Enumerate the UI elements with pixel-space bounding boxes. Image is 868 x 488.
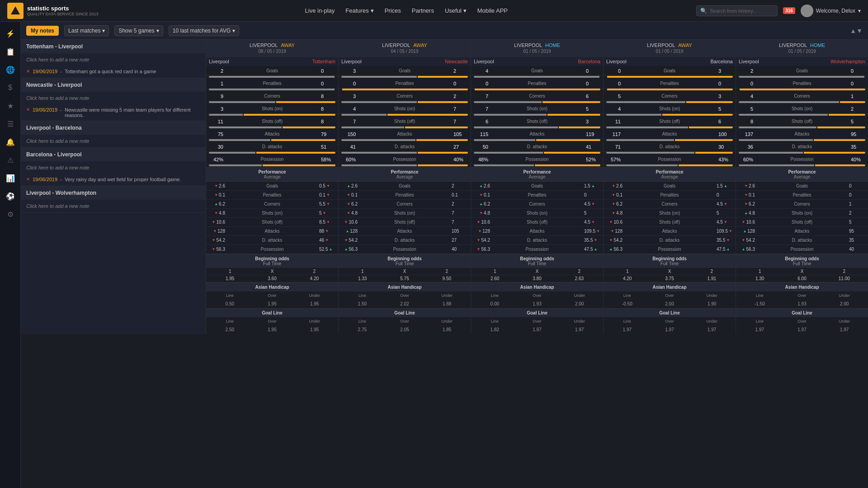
note-delete-icon[interactable]: ✕ <box>26 69 30 74</box>
perf-label-0-6: D. attacks <box>225 238 319 243</box>
gl-vals-3: 1.97 1.97 1.97 <box>604 325 736 334</box>
svg-marker-0 <box>11 6 20 14</box>
arrow-up-icon: ▲ <box>594 247 597 251</box>
stat-label-3-5: Attacks <box>621 131 718 136</box>
odds-vals-0: 1.95 3.60 4.20 <box>206 275 338 282</box>
stat-row-4-3: 5 Shots (on) 2 <box>736 104 868 114</box>
note-add-5[interactable]: Click here to add a new note <box>21 200 206 212</box>
stat-left-0-1: 1 <box>209 81 223 86</box>
sidebar-icon-soccer[interactable]: ⚽ <box>2 188 19 204</box>
team-right-1: Newcastle <box>445 59 468 64</box>
last-matches-dropdown[interactable]: Last matches ▾ <box>64 25 109 36</box>
arrow-down-icon: ▼ <box>326 184 330 188</box>
sidebar-icon-calendar[interactable]: 📋 <box>2 43 19 60</box>
stat-right-3-4: 6 <box>718 119 733 124</box>
arrow-up-icon: ▲ <box>724 184 727 188</box>
bar-left <box>739 76 864 78</box>
perf-right-3-3: 5 <box>717 211 733 216</box>
perf-title-4: Performance <box>738 169 866 174</box>
stat-right-0-0: 0 <box>321 68 335 74</box>
notification-badge[interactable]: 316 <box>783 7 795 14</box>
search-icon: 🔍 <box>700 8 707 14</box>
bar-left <box>606 152 694 154</box>
note-text: Very rainy day and wet field for proper … <box>65 177 181 182</box>
stat-right-4-2: 1 <box>851 94 865 99</box>
sidebar-icon-globe[interactable]: 🌐 <box>2 61 19 78</box>
perf-left-2-4: ▼10.6 <box>474 220 490 225</box>
sidebar-icon-bell[interactable]: 🔔 <box>2 134 19 150</box>
odds-1-label-1: 1 <box>341 269 383 274</box>
sidebar-icon-alert[interactable]: ⚠ <box>2 152 19 168</box>
odds-x-label-4: X <box>781 269 823 274</box>
note-add-1[interactable]: Click here to add a new note <box>21 53 206 66</box>
gl-col-under-3: Under <box>691 318 733 324</box>
stat-right-3-1: 0 <box>718 81 733 86</box>
perf-right-2-7: 47.5▲ <box>584 247 600 252</box>
stat-row-0-7: 42% Possession 58% <box>206 155 338 164</box>
nav-mobile-app[interactable]: Mobile APP <box>477 7 508 14</box>
perf-label-0-5: Attacks <box>225 229 319 234</box>
note-add-3[interactable]: Click here to add a new note <box>21 135 206 147</box>
ah-vals-3: -0.50 2.00 1.90 <box>604 300 736 308</box>
arrow-down-icon: ▼ <box>214 211 218 215</box>
expand-button[interactable]: ▲▼ <box>850 27 863 34</box>
nav-useful[interactable]: Useful ▾ <box>445 7 467 14</box>
nav-partners[interactable]: Partners <box>412 7 434 14</box>
perf-row-2-5: ▼128 Attacks 109.5▼ <box>471 227 603 236</box>
stat-label-1-0: Goals <box>356 68 453 73</box>
ah-line-2: 0.00 <box>474 300 516 307</box>
perf-right-1-3: 7 <box>452 211 468 216</box>
ah-over-0: 1.95 <box>251 300 293 307</box>
nav-live-inplay[interactable]: Live in-play <box>305 7 335 14</box>
arrow-up-icon: ▲ <box>743 229 746 233</box>
arrow-down-icon: ▼ <box>744 202 748 206</box>
perf-label-3-3: Shots (on) <box>623 211 717 216</box>
perf-sub-4: Average <box>738 174 866 179</box>
arrow-down-icon: ▼ <box>326 220 330 224</box>
perf-right-3-4: 4.5▼ <box>717 220 733 225</box>
perf-row-0-7: ▼56.3 Possession 52.5▲ <box>206 245 338 254</box>
show-games-dropdown[interactable]: Show 5 games ▾ <box>114 25 163 36</box>
note-delete-icon[interactable]: ✕ <box>26 107 30 112</box>
perf-label-3-2: Corners <box>623 202 717 206</box>
perf-left-1-2: ▼6.2 <box>341 202 358 206</box>
perf-sub-2: Average <box>473 174 601 179</box>
note-delete-icon[interactable]: ✕ <box>26 177 30 182</box>
stat-right-0-6: 51 <box>321 144 335 150</box>
odds-1-val-2: 2.60 <box>474 276 516 281</box>
perf-label-2-5: Attacks <box>490 229 584 234</box>
sidebar-icon-dollar[interactable]: $ <box>2 80 19 96</box>
nav-prices[interactable]: Prices <box>385 7 401 14</box>
sidebar-icon-lightning[interactable]: ⚡ <box>2 25 19 42</box>
stat-left-4-7: 60% <box>739 157 753 162</box>
odds-label-2: Beginning odds <box>473 256 601 261</box>
odds-2-label-4: 2 <box>823 269 865 274</box>
stat-left-4-3: 5 <box>739 106 753 112</box>
nav-features[interactable]: Features ▾ <box>345 7 373 14</box>
sidebar-icon-settings[interactable]: ⚙ <box>2 206 19 222</box>
bar-right <box>418 101 468 103</box>
stat-row-0-6: 30 D. attacks 51 <box>206 142 338 152</box>
bar-right <box>535 164 600 166</box>
avg-dropdown[interactable]: 10 last matches for AVG ▾ <box>169 25 240 36</box>
arrow-down-icon: ▼ <box>477 247 481 251</box>
stat-row-3-4: 11 Shots (off) 6 <box>604 117 736 127</box>
sidebar-icon-list[interactable]: ☰ <box>2 116 19 132</box>
stat-row-3-3: 4 Shots (on) 5 <box>604 104 736 114</box>
note-add-2[interactable]: Click here to add a new note <box>21 92 206 104</box>
search-bar[interactable]: 🔍 Search from history... <box>696 5 778 16</box>
stat-label-1-4: Shots (off) <box>356 119 453 124</box>
stat-row-3-6: 71 D. attacks 30 <box>604 142 736 152</box>
sidebar-icon-table[interactable]: 📊 <box>2 170 19 186</box>
bar-right <box>695 152 733 154</box>
stat-left-4-4: 8 <box>739 119 753 124</box>
bar-left <box>341 101 417 103</box>
gl-over-3: 1.97 <box>649 326 691 333</box>
bar-right <box>829 114 865 116</box>
note-add-4[interactable]: Click here to add a new note <box>21 161 206 174</box>
odds-2-label-3: 2 <box>691 269 733 274</box>
gl-col-over-3: Over <box>649 318 691 324</box>
my-notes-tab[interactable]: My notes <box>26 26 59 36</box>
sidebar-icon-star[interactable]: ★ <box>2 98 19 114</box>
stat-label-1-1: Penalties <box>356 81 453 86</box>
